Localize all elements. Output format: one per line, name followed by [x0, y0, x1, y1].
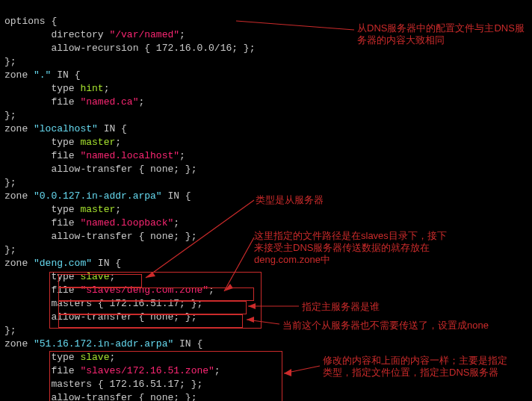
type-hint: hint	[80, 83, 103, 94]
file-named-loopback: "named.loopback"	[80, 217, 173, 229]
zone-root-name: "."	[34, 69, 51, 81]
zone-localhost-name: "localhost"	[34, 123, 98, 134]
annotation-top: 从DNS服务器中的配置文件与主DNS服务器的内容大致相同	[357, 22, 525, 46]
annotation-bottom: 修改的内容和上面的内容一样；主要是指定类型，指定文件位置，指定主DNS服务器	[323, 355, 510, 379]
annotation-type-slave: 类型是从服务器	[256, 194, 324, 206]
type-master-2: master	[80, 204, 115, 215]
file-slaves-deng: "slaves/deng.com.zone"	[80, 285, 208, 296]
zone-51-name: "51.16.172.in-addr.arpa"	[34, 338, 173, 349]
annotation-allow-transfer: 当前这个从服务器也不需要传送了，设置成none	[282, 320, 522, 332]
type-slave-1: slave	[80, 271, 109, 282]
line-close-1: };	[4, 56, 16, 67]
file-named-localhost: "named.localhost"	[80, 150, 179, 161]
annotation-file-path: 这里指定的文件路径是在slaves目录下，接下来接受主DNS服务器传送数据的就存…	[254, 230, 448, 266]
file-named-ca: "named.ca"	[80, 96, 138, 108]
line-options-open: options {	[4, 16, 57, 27]
type-slave-2: slave	[80, 352, 109, 363]
file-slaves-51: "slaves/172.16.51.zone"	[80, 365, 214, 376]
line-directory: directory	[4, 29, 104, 40]
type-master-1: master	[80, 137, 115, 148]
annotation-masters: 指定主服务器是谁	[302, 301, 380, 313]
zone-root-a: zone	[4, 69, 34, 81]
str-var-named: "/var/named"	[109, 29, 179, 40]
zone-127-name: "0.0.127.in-addr.arpa"	[34, 190, 162, 202]
line-allow-recursion: allow-recursion { 172.16.0.0/16; };	[4, 43, 255, 54]
zone-deng-name: "deng.com"	[34, 258, 92, 269]
